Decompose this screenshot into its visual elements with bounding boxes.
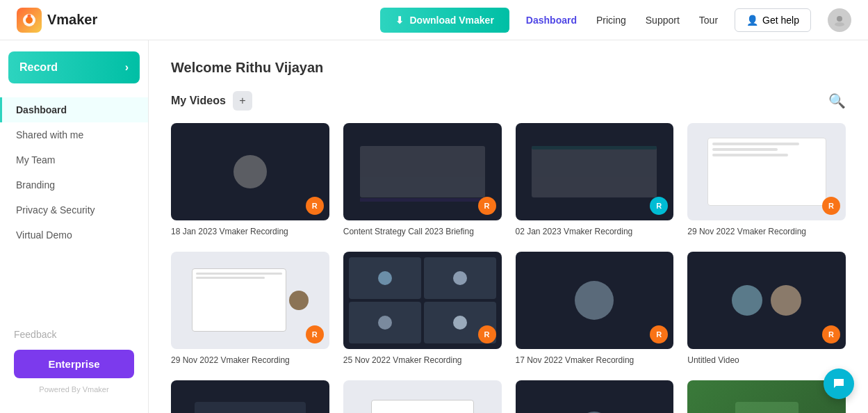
record-button[interactable]: Record › (8, 51, 140, 83)
download-label: Download Vmaker (409, 15, 493, 26)
logo[interactable]: Vmaker (17, 8, 97, 33)
section-title: My Videos (171, 95, 226, 107)
app-header: Vmaker ⬇ Download Vmaker Dashboard Prici… (0, 0, 868, 40)
video-thumbnail: R (516, 252, 674, 349)
sidebar-item-label: My Team (16, 154, 56, 165)
video-card[interactable] (343, 380, 502, 413)
powered-by: Powered By Vmaker (14, 385, 134, 394)
video-card[interactable] (516, 380, 674, 413)
svg-point-4 (835, 22, 844, 26)
video-card[interactable]: R 18 Jan 2023 Vmaker Recording (171, 123, 329, 238)
section-header: My Videos + 🔍 (171, 91, 846, 111)
video-title: Untitled Video (687, 355, 846, 366)
search-icon[interactable]: 🔍 (828, 92, 846, 109)
video-thumbnail: R (687, 123, 846, 220)
nav-pricing[interactable]: Pricing (596, 15, 626, 26)
video-card[interactable]: R 25 Nov 2022 Vmaker Recording (343, 252, 502, 366)
nav-support[interactable]: Support (646, 15, 680, 26)
video-card[interactable] (171, 380, 329, 413)
video-card[interactable]: R 29 Nov 2022 Vmaker Recording (687, 123, 846, 238)
main-content: Welcome Rithu Vijayan My Videos + 🔍 R 18… (149, 40, 868, 413)
video-title: 17 Nov 2022 Vmaker Recording (516, 355, 674, 366)
video-title: 25 Nov 2022 Vmaker Recording (343, 355, 502, 366)
header-nav: Dashboard Pricing Support Tour (526, 15, 718, 26)
sidebar-nav: Dashboard Shared with me My Team Brandin… (0, 97, 148, 321)
video-title: 02 Jan 2023 Vmaker Recording (516, 226, 674, 238)
nav-tour[interactable]: Tour (699, 15, 718, 26)
video-title: Content Strategy Call 2023 Briefing (343, 226, 502, 238)
get-help-button[interactable]: 👤 Get help (735, 8, 811, 32)
download-icon: ⬇ (395, 15, 404, 26)
avatar-badge: R (822, 325, 840, 343)
video-thumbnail: R (516, 123, 674, 220)
avatar-badge: R (306, 325, 324, 343)
video-card[interactable]: R 17 Nov 2022 Vmaker Recording (516, 252, 674, 366)
sidebar-item-shared[interactable]: Shared with me (0, 122, 148, 147)
avatar-badge: R (478, 325, 496, 343)
logo-icon (17, 8, 42, 33)
record-label: Record (19, 61, 58, 74)
video-thumbnail (516, 380, 674, 413)
sidebar-item-label: Shared with me (16, 129, 83, 140)
video-thumbnail: R (343, 123, 502, 220)
svg-point-3 (837, 16, 842, 22)
download-button[interactable]: ⬇ Download Vmaker (380, 8, 509, 33)
sidebar: Record › Dashboard Shared with me My Tea… (0, 40, 149, 413)
welcome-title: Welcome Rithu Vijayan (171, 60, 846, 76)
enterprise-button[interactable]: Enterprise (14, 350, 134, 378)
video-title: 29 Nov 2022 Vmaker Recording (687, 226, 846, 238)
video-thumbnail (687, 380, 846, 413)
avatar-badge: R (306, 197, 324, 215)
add-folder-button[interactable]: + (233, 91, 252, 111)
nav-dashboard[interactable]: Dashboard (526, 15, 577, 26)
avatar-badge: R (822, 197, 840, 215)
enterprise-label: Enterprise (48, 358, 99, 370)
video-card[interactable]: R 29 Nov 2022 Vmaker Recording (171, 252, 329, 366)
chat-bubble[interactable] (824, 369, 854, 399)
avatar-badge: R (478, 197, 496, 215)
video-thumbnail (171, 380, 329, 413)
video-title: 18 Jan 2023 Vmaker Recording (171, 226, 329, 238)
header-center: ⬇ Download Vmaker Dashboard Pricing Supp… (380, 8, 851, 33)
sidebar-item-dashboard[interactable]: Dashboard (0, 97, 148, 122)
sidebar-item-myteam[interactable]: My Team (0, 147, 148, 172)
get-help-icon: 👤 (746, 15, 758, 26)
video-card[interactable]: R 02 Jan 2023 Vmaker Recording (516, 123, 674, 238)
svg-point-2 (28, 14, 31, 17)
video-grid: R 18 Jan 2023 Vmaker Recording R Content… (171, 123, 846, 413)
sidebar-item-label: Virtual Demo (16, 229, 72, 241)
video-card[interactable]: R Untitled Video (687, 252, 846, 366)
video-title: 29 Nov 2022 Vmaker Recording (171, 355, 329, 366)
sidebar-item-label: Branding (16, 179, 55, 191)
video-thumbnail: R (171, 252, 329, 349)
sidebar-item-label: Privacy & Security (16, 204, 95, 216)
user-avatar[interactable] (828, 8, 851, 32)
logo-text: Vmaker (47, 12, 97, 28)
app-layout: Record › Dashboard Shared with me My Tea… (0, 0, 868, 413)
video-card[interactable]: R Content Strategy Call 2023 Briefing (343, 123, 502, 238)
avatar-badge: R (650, 325, 668, 343)
video-card[interactable] (687, 380, 846, 413)
sidebar-item-privacy[interactable]: Privacy & Security (0, 197, 148, 222)
sidebar-item-virtualdemo[interactable]: Virtual Demo (0, 222, 148, 248)
feedback-link[interactable]: Feedback (14, 329, 134, 340)
record-chevron-icon: › (125, 61, 129, 74)
video-thumbnail: R (687, 252, 846, 349)
sidebar-item-label: Dashboard (16, 104, 67, 115)
video-thumbnail: R (343, 252, 502, 349)
get-help-label: Get help (762, 15, 799, 26)
video-thumbnail (343, 380, 502, 413)
sidebar-bottom: Feedback Enterprise Powered By Vmaker (0, 321, 148, 402)
video-thumbnail: R (171, 123, 329, 220)
sidebar-item-branding[interactable]: Branding (0, 172, 148, 197)
